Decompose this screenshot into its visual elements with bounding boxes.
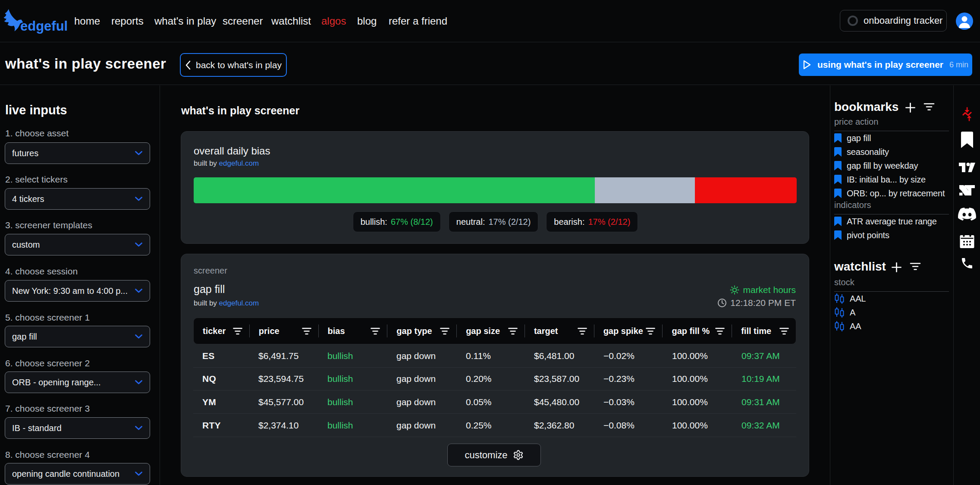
svg-text:edgeful: edgeful	[20, 19, 68, 34]
